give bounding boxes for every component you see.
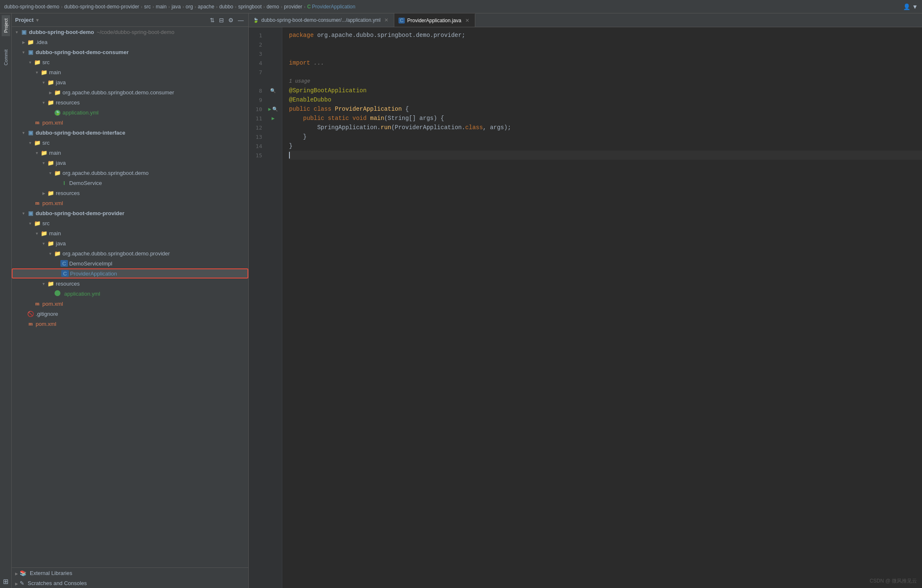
breadcrumb-sep-3: › xyxy=(153,4,154,9)
left-tabs: Project Commit ⊞ xyxy=(0,13,12,588)
tree-item-consumer-yml[interactable]: 🍃 application.yml xyxy=(12,107,248,117)
tree-item-interface-main[interactable]: 📁 main xyxy=(12,148,248,158)
linenum-14: 14 xyxy=(249,143,266,149)
tree-item-root[interactable]: ▣ dubbo-spring-boot-demo ~/code/dubbo-sp… xyxy=(12,27,248,37)
tab-appyml[interactable]: 🍃 dubbo-spring-boot-demo-consumer/.../ap… xyxy=(249,13,394,27)
tree-item-consumer-java[interactable]: 📁 java xyxy=(12,77,248,87)
token-indent-11 xyxy=(289,114,303,123)
breadcrumb-item-apache[interactable]: apache xyxy=(198,4,214,10)
tree-item-interface-resources[interactable]: 📁 resources xyxy=(12,188,248,198)
sidebar-layout-btn[interactable]: ⊟ xyxy=(218,16,225,24)
tree-item-consumer[interactable]: ▣ dubbo-spring-boot-demo-consumer xyxy=(12,47,248,57)
token-main: main xyxy=(370,114,384,123)
tree-item-demoservice[interactable]: I DemoService xyxy=(12,178,248,188)
toggle-interface-pkg xyxy=(47,171,54,175)
icon-interface-pom: m xyxy=(34,200,41,206)
close-tab-providerapplication[interactable]: ✕ xyxy=(464,17,471,24)
editor-area: 🍃 dubbo-spring-boot-demo-consumer/.../ap… xyxy=(249,13,922,588)
breadcrumb-item-dubbo[interactable]: dubbo xyxy=(219,4,233,10)
tree-item-idea[interactable]: 📁 .idea xyxy=(12,37,248,47)
tree-item-provider-main[interactable]: 📁 main xyxy=(12,228,248,238)
toggle-consumer-main xyxy=(34,70,40,75)
label-root: dubbo-spring-boot-demo xyxy=(29,29,94,35)
label-provider-main: main xyxy=(49,230,61,237)
tree-item-provider-src[interactable]: 📁 src xyxy=(12,218,248,228)
tree-item-provider-pom[interactable]: m pom.xml xyxy=(12,299,248,309)
close-tab-appyml[interactable]: ✕ xyxy=(383,17,390,23)
icon-consumer-java: 📁 xyxy=(47,79,55,86)
tree-item-providerapplication[interactable]: C ProviderApplication xyxy=(12,268,248,278)
tree-item-interface-pkg[interactable]: 📁 org.apache.dubbo.springboot.demo xyxy=(12,168,248,178)
sidebar-equalizer-btn[interactable]: ⇅ xyxy=(208,16,216,24)
tree-item-interface-pom[interactable]: m pom.xml xyxy=(12,198,248,208)
token-run-args: (ProviderApplication. xyxy=(391,123,465,132)
tree-item-provider-pkg[interactable]: 📁 org.apache.dubbo.springboot.demo.provi… xyxy=(12,248,248,258)
breadcrumb-item-provider[interactable]: provider xyxy=(284,4,302,10)
toggle-interface-resources xyxy=(40,191,47,195)
icon-tab-appyml: 🍃 xyxy=(253,18,259,23)
tree-item-interface-java[interactable]: 📁 java xyxy=(12,158,248,168)
tree-item-demoimpl[interactable]: C DemoServiceImpl xyxy=(12,258,248,268)
breadcrumb-item-java[interactable]: java xyxy=(172,4,181,10)
sidebar-minimize-btn[interactable]: — xyxy=(237,16,245,24)
guttericon-11[interactable]: ▶ xyxy=(266,115,281,122)
label-interface-main: main xyxy=(49,150,61,156)
tree-item-consumer-main[interactable]: 📁 main xyxy=(12,67,248,77)
tree-item-gitignore[interactable]: 🚫 .gitignore xyxy=(12,309,248,319)
guttericon-8: 🔍 xyxy=(266,88,281,94)
breadcrumb-item-src[interactable]: src xyxy=(144,4,151,10)
label-interface-pkg: org.apache.dubbo.springboot.demo xyxy=(63,170,148,176)
footer-scratches[interactable]: ✎ Scratches and Consoles xyxy=(12,578,248,588)
tree-item-interface-src[interactable]: 📁 src xyxy=(12,138,248,148)
tree-item-provider-yml[interactable]: application.yml xyxy=(12,289,248,299)
tree-item-consumer-pom[interactable]: m pom.xml xyxy=(12,117,248,127)
code-line-12: SpringApplication.run(ProviderApplicatio… xyxy=(289,123,922,132)
icon-interface-src: 📁 xyxy=(34,140,41,146)
breadcrumb-item-demo[interactable]: demo xyxy=(266,4,279,10)
toggle-idea xyxy=(20,40,27,44)
tree-item-interface[interactable]: ▣ dubbo-spring-boot-demo-interface xyxy=(12,127,248,138)
breadcrumb-item-root[interactable]: dubbo-spring-boot-demo xyxy=(4,4,59,10)
breadcrumb-sep-5: › xyxy=(182,4,184,9)
gutter-usage xyxy=(249,77,282,86)
breadcrumb-sep-1: › xyxy=(61,4,63,9)
tree-item-provider-java[interactable]: 📁 java xyxy=(12,238,248,248)
icon-scratches: ✎ xyxy=(20,580,24,586)
breadcrumb-item-springboot[interactable]: springboot xyxy=(238,4,262,10)
breadcrumb-item-main[interactable]: main xyxy=(156,4,167,10)
tab-providerapplication[interactable]: C ProviderApplication.java ✕ xyxy=(394,13,475,27)
icon-provider: ▣ xyxy=(27,210,34,216)
tree-item-consumer-resources[interactable]: 📁 resources xyxy=(12,97,248,107)
code-line-3 xyxy=(289,49,922,58)
editor-content[interactable]: 1 2 3 4 xyxy=(249,27,922,588)
left-tab-project[interactable]: Project xyxy=(2,15,10,36)
toggle-consumer-resources xyxy=(40,100,47,105)
sidebar-header: Project ▼ ⇅ ⊟ ⚙ — xyxy=(12,13,248,27)
gutter-1: 1 xyxy=(249,31,282,40)
token-public-10: public xyxy=(289,104,314,114)
tree-item-root-pom[interactable]: m pom.xml xyxy=(12,319,248,329)
gutter-11: 11 ▶ xyxy=(249,114,282,123)
linenum-10: 10 xyxy=(249,106,266,112)
sidebar-settings-btn[interactable]: ⚙ xyxy=(227,16,235,24)
breadcrumb-sep-2: › xyxy=(141,4,143,9)
tree-item-consumer-pkg[interactable]: 📁 org.apache.dubbo.springboot.demo.consu… xyxy=(12,87,248,97)
tree-item-provider[interactable]: ▣ dubbo-spring-boot-demo-provider xyxy=(12,208,248,218)
label-providerapplication: ProviderApplication xyxy=(70,271,117,277)
toggle-provider-resources xyxy=(40,281,47,286)
label-tab-providerapplication: ProviderApplication.java xyxy=(407,18,461,23)
footer-ext-libs[interactable]: 📚 External Libraries xyxy=(12,568,248,578)
left-tab-icon[interactable]: ⊞ xyxy=(1,575,10,588)
label-interface-pom: pom.xml xyxy=(42,200,63,206)
left-tab-commit[interactable]: Commit xyxy=(2,46,10,69)
breadcrumb-item-org[interactable]: org xyxy=(186,4,193,10)
token-run-method: run xyxy=(380,123,391,132)
breadcrumb-item-provider-module[interactable]: dubbo-spring-boot-demo-provider xyxy=(64,4,139,10)
tree-item-consumer-src[interactable]: 📁 src xyxy=(12,57,248,67)
user-icon[interactable]: 👤 ▼ xyxy=(903,3,918,10)
toggle-consumer xyxy=(20,50,27,55)
sidebar-actions: ⇅ ⊟ ⚙ — xyxy=(208,16,245,24)
code-lines[interactable]: package org.apache.dubbo.springboot.demo… xyxy=(282,27,922,588)
tree-item-provider-resources[interactable]: 📁 resources xyxy=(12,278,248,289)
breadcrumb-item-class[interactable]: CProviderApplication xyxy=(307,4,355,10)
